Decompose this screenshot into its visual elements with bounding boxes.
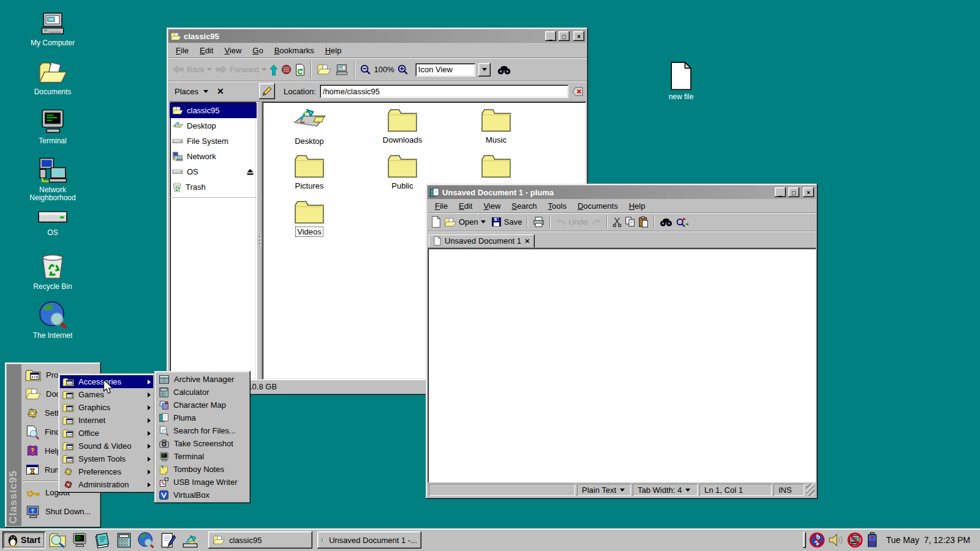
sidebar-resize-handle[interactable] bbox=[257, 102, 262, 380]
undo-button[interactable]: Undo bbox=[556, 217, 587, 227]
menu-view[interactable]: View bbox=[478, 200, 505, 212]
computer-button[interactable] bbox=[334, 64, 349, 76]
menu-search[interactable]: Search bbox=[507, 200, 541, 212]
network-disconnected-icon[interactable] bbox=[847, 532, 863, 548]
quicklaunch-browser[interactable] bbox=[136, 531, 156, 549]
close-button[interactable]: × bbox=[573, 31, 584, 41]
close-button[interactable]: × bbox=[803, 187, 814, 197]
menu-help[interactable]: Help bbox=[320, 44, 347, 57]
submenu-item-archive-manager[interactable]: Archive Manager bbox=[156, 373, 249, 386]
sidebar-item-file-system[interactable]: File System bbox=[170, 133, 257, 149]
task-button-classic95[interactable]: classic95 bbox=[208, 531, 312, 549]
submenu-item-search-for-files[interactable]: Search for Files... bbox=[156, 424, 249, 437]
forward-button[interactable]: Forward bbox=[215, 65, 266, 74]
maximize-button[interactable]: □ bbox=[788, 187, 799, 197]
tray-grip[interactable] bbox=[803, 532, 806, 548]
clear-location-icon[interactable] bbox=[572, 86, 584, 97]
zoom-out-button[interactable] bbox=[360, 64, 371, 75]
menu-file[interactable]: File bbox=[171, 44, 194, 57]
menu-file[interactable]: File bbox=[430, 200, 453, 212]
desktop-icon-the-internet[interactable]: The Internet bbox=[19, 300, 86, 340]
menu-edit[interactable]: Edit bbox=[454, 200, 477, 212]
file-item-pictures[interactable]: Pictures bbox=[270, 152, 349, 190]
submenu-item-preferences[interactable]: Preferences bbox=[60, 465, 153, 478]
sidebar-item-classic95[interactable]: classic95 bbox=[170, 103, 257, 118]
places-close-icon[interactable]: ✕ bbox=[217, 86, 224, 96]
places-dropdown-icon[interactable] bbox=[203, 90, 208, 93]
resize-grip[interactable] bbox=[806, 484, 815, 496]
minimize-button[interactable]: _ bbox=[775, 187, 786, 197]
desktop-icon-terminal[interactable]: Terminal bbox=[19, 108, 86, 145]
submenu-item-sound-video[interactable]: Sound & Video bbox=[60, 440, 153, 452]
save-button[interactable]: Save bbox=[491, 217, 522, 227]
submenu-item-office[interactable]: Office bbox=[60, 427, 153, 440]
submenu-item-tomboy-notes[interactable]: Tomboy Notes bbox=[156, 463, 249, 476]
quicklaunch-calculator[interactable] bbox=[114, 531, 134, 549]
clock[interactable]: Tue May 7, 12:23 PM bbox=[881, 535, 974, 545]
menu-view[interactable]: View bbox=[219, 44, 246, 57]
start-item-shut-down[interactable]: Shut Down... bbox=[21, 502, 99, 521]
submenu-item-internet[interactable]: Internet bbox=[60, 414, 153, 427]
paste-button[interactable] bbox=[638, 216, 649, 228]
battery-icon[interactable] bbox=[866, 532, 878, 548]
open-button[interactable]: Open bbox=[444, 217, 486, 227]
find-button[interactable] bbox=[497, 65, 511, 75]
language-select[interactable]: Plain Text bbox=[577, 484, 631, 496]
desktop-icon-os[interactable]: OS bbox=[19, 208, 86, 237]
quicklaunch-notes[interactable] bbox=[92, 531, 111, 549]
redo-button[interactable] bbox=[591, 217, 601, 227]
desktop-icon-new-file[interactable]: new file bbox=[647, 61, 715, 101]
print-button[interactable] bbox=[533, 217, 545, 227]
minimize-button[interactable]: _ bbox=[545, 31, 556, 41]
edit-location-button[interactable] bbox=[259, 83, 275, 99]
pluma-titlebar[interactable]: Unsaved Document 1 - pluma _ □ × bbox=[428, 186, 816, 199]
cut-button[interactable] bbox=[612, 217, 622, 227]
up-button[interactable] bbox=[270, 64, 278, 76]
tab-close-icon[interactable]: × bbox=[525, 236, 530, 246]
desktop-icon-my-computer[interactable]: My Computer bbox=[19, 11, 86, 47]
desktop-icon-documents[interactable]: Documents bbox=[19, 60, 86, 96]
refresh-button[interactable] bbox=[295, 64, 306, 76]
document-tab[interactable]: Unsaved Document 1 × bbox=[429, 234, 535, 247]
file-item-downloads[interactable]: Downloads bbox=[363, 107, 442, 144]
text-editor-area[interactable] bbox=[428, 248, 816, 482]
file-manager-titlebar[interactable]: classic95 _ □ × bbox=[168, 29, 586, 43]
sidebar-item-network[interactable]: Network bbox=[170, 149, 257, 164]
find-button[interactable] bbox=[660, 217, 673, 227]
quicklaunch-show-desktop[interactable] bbox=[180, 531, 200, 549]
submenu-item-take-screenshot[interactable]: Take Screenshot bbox=[156, 437, 249, 450]
submenu-item-calculator[interactable]: Calculator bbox=[156, 386, 249, 399]
quicklaunch-text-editor[interactable] bbox=[158, 531, 178, 549]
quicklaunch-search[interactable] bbox=[48, 531, 67, 549]
new-document-button[interactable] bbox=[431, 216, 441, 228]
quicklaunch-terminal[interactable] bbox=[70, 531, 89, 549]
replace-button[interactable] bbox=[676, 217, 688, 227]
volume-icon[interactable] bbox=[828, 533, 844, 547]
copy-button[interactable] bbox=[625, 216, 635, 228]
home-button[interactable] bbox=[317, 64, 331, 75]
menu-edit[interactable]: Edit bbox=[195, 44, 218, 57]
eject-icon[interactable] bbox=[246, 168, 254, 175]
sidebar-item-trash[interactable]: Trash bbox=[170, 179, 257, 195]
maximize-button[interactable]: □ bbox=[559, 31, 570, 41]
submenu-item-graphics[interactable]: Graphics bbox=[60, 401, 153, 414]
menu-documents[interactable]: Documents bbox=[573, 200, 623, 212]
submenu-item-character-map[interactable]: Character Map bbox=[156, 399, 249, 411]
tab-width-select[interactable]: Tab Width: 4 bbox=[633, 484, 698, 496]
view-mode-dropdown-button[interactable] bbox=[478, 63, 491, 77]
file-item-music[interactable]: Music bbox=[456, 107, 536, 144]
menu-bookmarks[interactable]: Bookmarks bbox=[270, 44, 319, 57]
view-mode-select[interactable]: Icon View bbox=[415, 63, 475, 77]
submenu-item-pluma[interactable]: Pluma bbox=[156, 411, 249, 424]
submenu-item-system-tools[interactable]: System Tools bbox=[60, 452, 153, 465]
zoom-in-button[interactable] bbox=[398, 64, 409, 75]
submenu-item-virtualbox[interactable]: VirtualBox bbox=[156, 489, 249, 501]
sidebar-item-desktop[interactable]: Desktop bbox=[170, 118, 257, 133]
stop-button[interactable] bbox=[281, 64, 292, 75]
start-button[interactable]: Start bbox=[2, 531, 45, 549]
task-button-pluma[interactable]: Unsaved Document 1 -... bbox=[317, 531, 421, 549]
location-input[interactable] bbox=[320, 84, 568, 98]
menu-go[interactable]: Go bbox=[247, 44, 268, 57]
submenu-item-terminal[interactable]: Terminal bbox=[156, 450, 249, 463]
menu-tools[interactable]: Tools bbox=[543, 200, 571, 212]
